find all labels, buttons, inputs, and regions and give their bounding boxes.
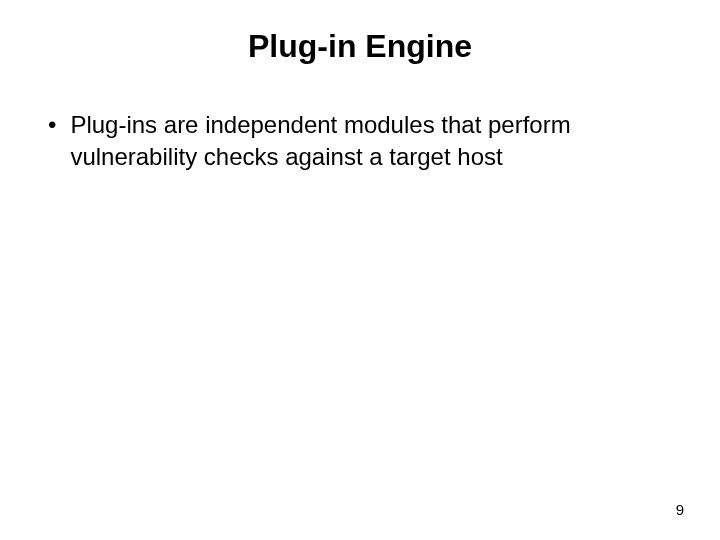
page-number: 9: [676, 501, 684, 518]
slide-content: • Plug-ins are independent modules that …: [0, 85, 720, 174]
slide-title: Plug-in Engine: [0, 0, 720, 85]
bullet-item: • Plug-ins are independent modules that …: [48, 109, 660, 174]
bullet-text: Plug-ins are independent modules that pe…: [70, 109, 660, 174]
bullet-marker: •: [48, 109, 56, 141]
slide-container: Plug-in Engine • Plug-ins are independen…: [0, 0, 720, 540]
